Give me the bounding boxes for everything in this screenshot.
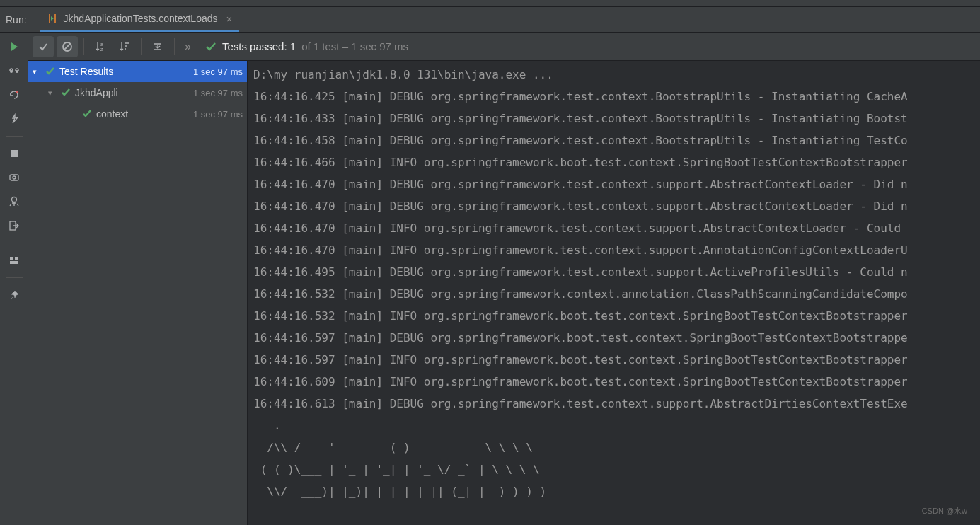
console-line: \\/ ___)| |_)| | | | | || (_| | ) ) ) ) bbox=[253, 480, 980, 502]
svg-point-2 bbox=[16, 91, 18, 93]
check-icon bbox=[45, 67, 55, 76]
console-line: 16:44:16.597 [main] DEBUG org.springfram… bbox=[253, 327, 980, 349]
run-config-icon bbox=[47, 13, 58, 24]
svg-rect-8 bbox=[10, 257, 13, 260]
console-line: . ____ _ __ _ _ bbox=[253, 415, 980, 437]
sort-alpha-button[interactable]: az bbox=[90, 36, 111, 57]
tree-root[interactable]: ▾ Test Results 1 sec 97 ms bbox=[28, 61, 247, 82]
console-line: 16:44:16.609 [main] INFO org.springframe… bbox=[253, 371, 980, 393]
console-line: 16:44:16.532 [main] INFO org.springframe… bbox=[253, 305, 980, 327]
check-icon bbox=[82, 109, 92, 119]
tests-passed-count: Tests passed: 1 bbox=[222, 40, 296, 52]
svg-text:a: a bbox=[100, 42, 103, 47]
toolbar-separator-2 bbox=[141, 38, 142, 55]
run-header: Run: JkhdApplicationTests.contextLoads × bbox=[0, 7, 980, 33]
watermark: CSDN @水w bbox=[922, 506, 967, 517]
console-line: 16:44:16.613 [main] DEBUG org.springfram… bbox=[253, 393, 980, 415]
collapse-arrow-icon[interactable]: ▾ bbox=[33, 67, 41, 76]
exit-button[interactable] bbox=[4, 216, 24, 236]
svg-point-1 bbox=[16, 70, 18, 73]
pin-button[interactable] bbox=[4, 285, 24, 305]
console-line: 16:44:16.425 [main] DEBUG org.springfram… bbox=[253, 86, 980, 108]
tree-class-node[interactable]: ▾ JkhdAppli 1 sec 97 ms bbox=[28, 82, 247, 103]
svg-line-12 bbox=[64, 44, 70, 50]
console-line: 16:44:16.597 [main] INFO org.springframe… bbox=[253, 349, 980, 371]
console-line: 16:44:16.470 [main] INFO org.springframe… bbox=[253, 217, 980, 239]
toolbar-separator bbox=[83, 38, 84, 55]
tree-method-node[interactable]: context 1 sec 97 ms bbox=[28, 103, 247, 125]
collapse-arrow-icon[interactable]: ▾ bbox=[48, 88, 57, 98]
tests-total-info: of 1 test – 1 sec 97 ms bbox=[301, 40, 408, 52]
left-sidebar bbox=[0, 33, 28, 525]
console-line: 16:44:16.495 [main] DEBUG org.springfram… bbox=[253, 261, 980, 283]
close-tab-icon[interactable]: × bbox=[226, 13, 233, 25]
tree-root-label: Test Results bbox=[59, 66, 113, 77]
console-line: 16:44:16.470 [main] DEBUG org.springfram… bbox=[253, 173, 980, 195]
tree-method-time: 1 sec 97 ms bbox=[193, 109, 243, 120]
svg-rect-9 bbox=[15, 257, 18, 260]
console-line: 16:44:16.470 [main] INFO org.springframe… bbox=[253, 239, 980, 261]
sidebar-divider bbox=[6, 136, 23, 137]
sidebar-divider-2 bbox=[6, 243, 23, 243]
frames-button[interactable] bbox=[4, 192, 24, 212]
sort-duration-button[interactable] bbox=[114, 36, 135, 57]
run-label: Run: bbox=[6, 14, 27, 25]
stop-button[interactable] bbox=[4, 144, 24, 163]
run-tab[interactable]: JkhdApplicationTests.contextLoads × bbox=[40, 7, 240, 32]
sidebar-divider-3 bbox=[6, 277, 23, 278]
console-line: 16:44:16.466 [main] INFO org.springframe… bbox=[253, 151, 980, 173]
check-icon bbox=[61, 88, 71, 98]
svg-rect-10 bbox=[10, 261, 18, 264]
toolbar-separator-3 bbox=[174, 38, 175, 55]
console-line: 16:44:16.470 [main] DEBUG org.springfram… bbox=[253, 195, 980, 217]
console-line: ( ( )\___ | '_ | '_| | '_ \/ _` | \ \ \ … bbox=[253, 458, 980, 480]
tree-method-label: context bbox=[96, 108, 128, 120]
tab-name: JkhdApplicationTests.contextLoads bbox=[64, 13, 218, 24]
dump-threads-button[interactable] bbox=[4, 168, 24, 188]
svg-point-0 bbox=[10, 70, 13, 73]
expand-icon[interactable]: » bbox=[180, 40, 195, 53]
collapse-all-button[interactable] bbox=[147, 36, 168, 57]
show-ignored-button[interactable] bbox=[57, 36, 78, 57]
svg-point-6 bbox=[11, 197, 16, 202]
layout-button[interactable] bbox=[4, 250, 24, 270]
console-line: D:\my_ruanjian\jdk1.8.0_131\bin\java.exe… bbox=[253, 64, 980, 86]
rerun-failed-button[interactable] bbox=[4, 85, 24, 105]
console-line: 16:44:16.532 [main] DEBUG org.springfram… bbox=[253, 283, 980, 305]
svg-text:z: z bbox=[100, 47, 103, 52]
tree-class-label: JkhdAppli bbox=[75, 87, 118, 98]
check-icon bbox=[205, 41, 217, 52]
run-button[interactable] bbox=[4, 37, 24, 57]
svg-point-5 bbox=[13, 176, 16, 179]
tree-class-time: 1 sec 97 ms bbox=[193, 88, 243, 98]
console-line: 16:44:16.433 [main] DEBUG org.springfram… bbox=[253, 108, 980, 129]
show-passed-button[interactable] bbox=[33, 36, 54, 57]
window-topbar bbox=[0, 0, 980, 7]
test-status: Tests passed: 1 of 1 test – 1 sec 97 ms bbox=[205, 40, 408, 52]
tree-root-time: 1 sec 97 ms bbox=[193, 67, 243, 77]
console-output[interactable]: D:\my_ruanjian\jdk1.8.0_131\bin\java.exe… bbox=[248, 61, 980, 525]
test-tree[interactable]: ▾ Test Results 1 sec 97 ms ▾ JkhdAppli 1… bbox=[28, 61, 248, 525]
svg-rect-3 bbox=[11, 150, 18, 157]
console-line: 16:44:16.458 [main] DEBUG org.springfram… bbox=[253, 129, 980, 151]
debug-button[interactable] bbox=[4, 61, 24, 81]
svg-rect-4 bbox=[10, 175, 18, 180]
test-toolbar: az » Tests passed: 1 of 1 test – 1 sec 9… bbox=[28, 33, 980, 61]
console-line: /\\ / ___'_ __ _ _(_)_ __ __ _ \ \ \ \ bbox=[253, 437, 980, 458]
toggle-autotest-button[interactable] bbox=[4, 109, 24, 129]
